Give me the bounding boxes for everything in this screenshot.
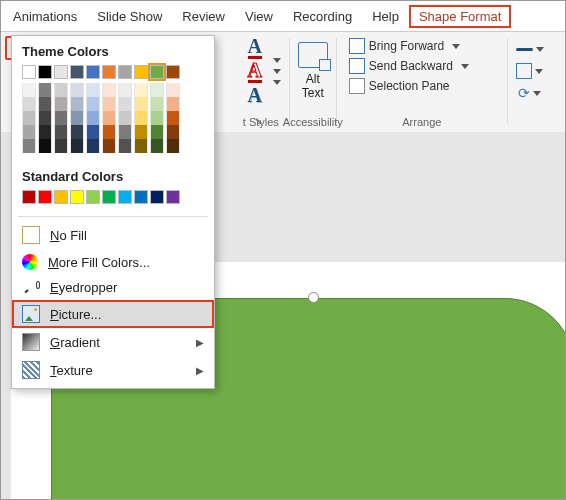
color-swatch[interactable] [86, 65, 100, 79]
color-swatch[interactable] [118, 125, 132, 139]
color-swatch[interactable] [134, 97, 148, 111]
color-swatch[interactable] [38, 83, 52, 97]
color-swatch[interactable] [22, 139, 36, 153]
color-swatch[interactable] [22, 97, 36, 111]
tab-review[interactable]: Review [172, 5, 235, 28]
color-swatch[interactable] [118, 190, 132, 204]
color-swatch[interactable] [134, 83, 148, 97]
color-swatch[interactable] [70, 125, 84, 139]
color-swatch[interactable] [102, 83, 116, 97]
color-swatch[interactable] [150, 83, 164, 97]
tab-shape-format[interactable]: Shape Format [409, 5, 511, 28]
color-swatch[interactable] [134, 65, 148, 79]
color-swatch[interactable] [22, 125, 36, 139]
color-swatch[interactable] [102, 65, 116, 79]
color-swatch[interactable] [86, 139, 100, 153]
color-swatch[interactable] [86, 190, 100, 204]
rotate-button[interactable]: ⟳ [516, 82, 544, 104]
chevron-down-icon[interactable] [273, 58, 281, 63]
color-swatch[interactable] [70, 190, 84, 204]
color-swatch[interactable] [54, 65, 68, 79]
color-swatch[interactable] [118, 97, 132, 111]
color-swatch[interactable] [118, 65, 132, 79]
color-swatch[interactable] [54, 125, 68, 139]
color-swatch[interactable] [54, 139, 68, 153]
color-swatch[interactable] [150, 97, 164, 111]
color-swatch[interactable] [22, 190, 36, 204]
texture-icon [22, 361, 40, 379]
color-swatch[interactable] [150, 125, 164, 139]
color-swatch[interactable] [150, 139, 164, 153]
color-swatch[interactable] [150, 111, 164, 125]
tab-animations[interactable]: Animations [3, 5, 87, 28]
chevron-down-icon[interactable] [273, 80, 281, 85]
color-swatch[interactable] [54, 97, 68, 111]
text-outline-button[interactable]: A [241, 60, 269, 82]
color-swatch[interactable] [70, 139, 84, 153]
color-swatch[interactable] [134, 111, 148, 125]
color-swatch[interactable] [70, 65, 84, 79]
dialog-launcher-icon[interactable]: ↘ [254, 115, 262, 126]
tab-view[interactable]: View [235, 5, 283, 28]
texture-item[interactable]: Texture ▶ [12, 356, 214, 384]
color-swatch[interactable] [54, 83, 68, 97]
color-swatch[interactable] [118, 139, 132, 153]
chevron-down-icon [536, 47, 544, 52]
color-swatch[interactable] [70, 83, 84, 97]
color-swatch[interactable] [38, 139, 52, 153]
color-swatch[interactable] [38, 97, 52, 111]
color-swatch[interactable] [86, 125, 100, 139]
tab-help[interactable]: Help [362, 5, 409, 28]
chevron-down-icon[interactable] [273, 69, 281, 74]
text-fill-button[interactable]: A [241, 36, 269, 58]
send-backward-button[interactable]: Send Backward [345, 56, 473, 76]
color-swatch[interactable] [38, 125, 52, 139]
color-swatch[interactable] [166, 83, 180, 97]
color-swatch[interactable] [22, 83, 36, 97]
selection-handle[interactable] [308, 292, 319, 303]
color-swatch[interactable] [166, 139, 180, 153]
selection-pane-button[interactable]: Selection Pane [345, 76, 454, 96]
color-swatch[interactable] [134, 190, 148, 204]
alt-text-button[interactable]: Alt Text [298, 42, 328, 100]
color-swatch[interactable] [118, 83, 132, 97]
color-swatch[interactable] [150, 190, 164, 204]
color-swatch[interactable] [102, 111, 116, 125]
color-swatch[interactable] [102, 125, 116, 139]
color-swatch[interactable] [86, 97, 100, 111]
more-fill-colors-item[interactable]: More Fill Colors... [12, 249, 214, 275]
text-effects-button[interactable]: A [241, 84, 269, 106]
color-swatch[interactable] [22, 111, 36, 125]
color-swatch[interactable] [102, 190, 116, 204]
color-swatch[interactable] [70, 97, 84, 111]
color-swatch[interactable] [166, 97, 180, 111]
color-swatch[interactable] [166, 125, 180, 139]
color-swatch[interactable] [70, 111, 84, 125]
color-swatch[interactable] [150, 65, 164, 79]
color-swatch[interactable] [86, 111, 100, 125]
bring-forward-button[interactable]: Bring Forward [345, 36, 464, 56]
color-swatch[interactable] [54, 111, 68, 125]
color-swatch[interactable] [102, 97, 116, 111]
tab-slide-show[interactable]: Slide Show [87, 5, 172, 28]
color-swatch[interactable] [86, 83, 100, 97]
color-swatch[interactable] [118, 111, 132, 125]
align-button[interactable] [516, 38, 544, 60]
color-swatch[interactable] [22, 65, 36, 79]
color-swatch[interactable] [134, 139, 148, 153]
no-fill-item[interactable]: No Fill [12, 221, 214, 249]
gradient-item[interactable]: Gradient ▶ [12, 328, 214, 356]
tab-recording[interactable]: Recording [283, 5, 362, 28]
color-swatch[interactable] [166, 190, 180, 204]
group-button[interactable] [516, 60, 544, 82]
picture-menu-item[interactable]: Picture... [12, 300, 214, 328]
color-swatch[interactable] [166, 111, 180, 125]
color-swatch[interactable] [134, 125, 148, 139]
color-swatch[interactable] [166, 65, 180, 79]
color-swatch[interactable] [102, 139, 116, 153]
color-swatch[interactable] [38, 190, 52, 204]
color-swatch[interactable] [54, 190, 68, 204]
color-swatch[interactable] [38, 111, 52, 125]
color-swatch[interactable] [38, 65, 52, 79]
eyedropper-item[interactable]: Eyedropper [12, 275, 214, 300]
